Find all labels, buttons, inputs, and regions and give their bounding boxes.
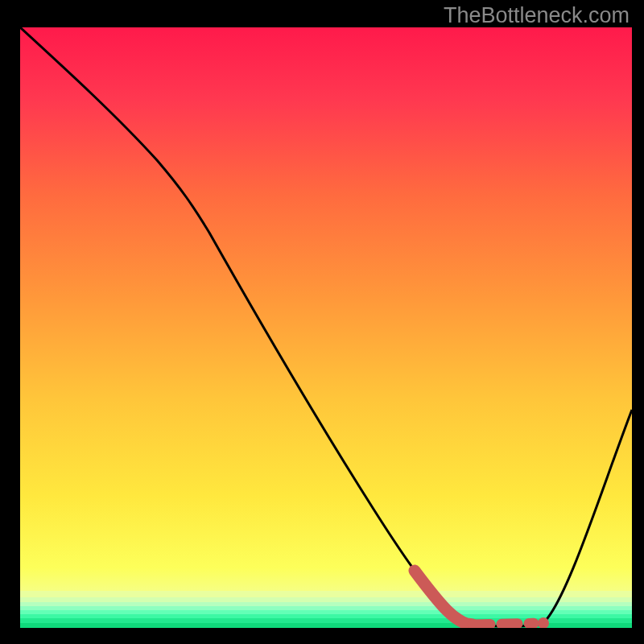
stripe bbox=[20, 614, 632, 618]
highlight-dashed bbox=[473, 623, 543, 625]
stripe bbox=[20, 591, 632, 597]
stripe bbox=[20, 606, 632, 610]
watermark-text: TheBottleneck.com bbox=[444, 3, 630, 28]
stripe bbox=[20, 597, 632, 602]
plot-area bbox=[20, 27, 632, 628]
chart-svg bbox=[20, 27, 632, 628]
stripe bbox=[20, 610, 632, 614]
gradient-background bbox=[20, 27, 632, 628]
stripe bbox=[20, 602, 632, 606]
chart-frame: TheBottleneck.com bbox=[0, 0, 644, 644]
